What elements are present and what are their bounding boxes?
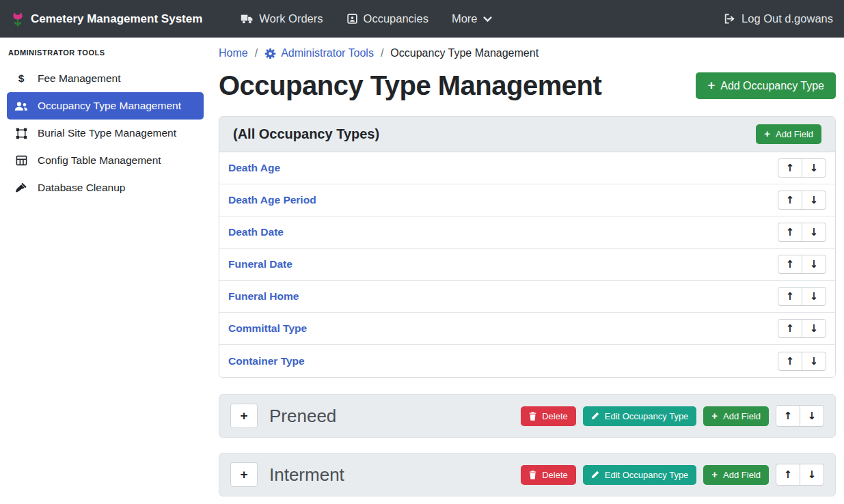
plus-icon: + <box>711 411 718 421</box>
edit-occupancy-type-button[interactable]: Edit Occupancy Type <box>583 465 697 485</box>
move-up-button[interactable]: ↑ <box>778 287 802 306</box>
field-link[interactable]: Funeral Date <box>228 258 292 270</box>
breadcrumb-separator: / <box>381 47 383 59</box>
delete-button[interactable]: Delete <box>521 406 576 426</box>
broom-icon <box>14 182 29 193</box>
move-up-button[interactable]: ↑ <box>778 223 802 242</box>
sidebar-item-occupancy-type-management[interactable]: Occupancy Type Management <box>7 92 204 120</box>
edit-occupancy-type-button[interactable]: Edit Occupancy Type <box>583 406 697 426</box>
truck-icon <box>241 14 254 25</box>
move-down-button[interactable]: ↓ <box>802 287 826 306</box>
occupancy-square-icon <box>346 13 358 25</box>
expand-section-button[interactable]: + <box>230 404 258 428</box>
sidebar-item-label: Fee Management <box>38 72 121 85</box>
add-occupancy-type-button[interactable]: + Add Occupancy Type <box>696 72 836 98</box>
chevron-down-icon <box>483 16 492 23</box>
reorder-controls: ↑ ↓ <box>776 405 824 427</box>
reorder-controls: ↑ ↓ <box>778 158 826 178</box>
reorder-controls: ↑ ↓ <box>778 287 826 306</box>
sidebar: ADMINISTRATOR TOOLS $ Fee Management Occ… <box>0 38 210 504</box>
delete-button[interactable]: Delete <box>521 465 576 485</box>
plus-icon: + <box>707 79 715 92</box>
expand-section-button[interactable]: + <box>230 462 258 487</box>
move-down-button[interactable]: ↓ <box>802 223 826 242</box>
nav-occupancies[interactable]: Occupancies <box>346 12 428 25</box>
section-title: Interment <box>269 464 344 486</box>
top-navbar: Cemetery Management System Work Orders O… <box>0 0 844 38</box>
sidebar-item-burial-site-type-management[interactable]: Burial Site Type Management <box>7 120 204 147</box>
move-down-button[interactable]: ↓ <box>802 255 826 274</box>
reorder-controls: ↑ ↓ <box>778 319 826 338</box>
section-actions: Delete Edit Occupancy Type + Add Field ↑ <box>521 405 824 427</box>
reorder-controls: ↑ ↓ <box>778 191 826 210</box>
breadcrumb-administrator-tools[interactable]: Administrator Tools <box>264 47 374 59</box>
tulip-logo-icon <box>11 11 25 27</box>
card-header: (All Occupancy Types) + Add Field <box>219 117 835 152</box>
reorder-controls: ↑ ↓ <box>778 223 826 242</box>
breadcrumb-separator: / <box>255 47 258 59</box>
field-row: Funeral Date ↑ ↓ <box>219 249 835 281</box>
section-actions: Delete Edit Occupancy Type + Add Field ↑ <box>521 464 824 486</box>
reorder-controls: ↑ ↓ <box>778 255 826 274</box>
move-down-button[interactable]: ↓ <box>802 158 826 178</box>
field-link[interactable]: Death Date <box>228 226 284 238</box>
logout-icon <box>723 13 736 25</box>
move-up-button[interactable]: ↑ <box>778 352 802 371</box>
move-up-button[interactable]: ↑ <box>778 319 802 338</box>
trash-icon <box>529 471 536 479</box>
field-row: Death Age ↑ ↓ <box>219 152 835 184</box>
logout-button[interactable]: Log Out d.gowans <box>723 12 833 25</box>
trash-icon <box>529 412 536 421</box>
navbar-links: Work Orders Occupancies More <box>217 12 491 25</box>
sidebar-item-database-cleanup[interactable]: Database Cleanup <box>7 174 204 201</box>
table-icon <box>14 155 29 166</box>
move-down-button[interactable]: ↓ <box>802 352 826 371</box>
brand-title: Cemetery Management System <box>31 12 202 26</box>
add-field-button[interactable]: + Add Field <box>703 465 769 485</box>
move-down-button[interactable]: ↓ <box>802 319 826 338</box>
users-icon <box>14 101 29 111</box>
move-down-button[interactable]: ↓ <box>802 191 826 210</box>
field-row: Committal Type ↑ ↓ <box>219 313 835 345</box>
add-field-button[interactable]: + Add Field <box>703 406 769 426</box>
move-down-button[interactable]: ↓ <box>800 464 824 486</box>
gear-icon <box>264 48 276 59</box>
field-link[interactable]: Funeral Home <box>228 290 299 303</box>
nav-more[interactable]: More <box>452 12 492 25</box>
add-field-button[interactable]: + Add Field <box>756 124 821 144</box>
sidebar-item-config-table-management[interactable]: Config Table Management <box>7 147 204 174</box>
sidebar-item-fee-management[interactable]: $ Fee Management <box>7 65 204 92</box>
sidebar-item-label: Database Cleanup <box>38 182 125 194</box>
field-link[interactable]: Container Type <box>228 355 305 367</box>
main-content: Home / Administrator Tools <box>210 38 844 504</box>
plus-icon: + <box>764 129 770 139</box>
move-up-button[interactable]: ↑ <box>778 255 802 274</box>
vector-square-icon <box>14 128 29 139</box>
breadcrumb-home[interactable]: Home <box>219 47 248 59</box>
move-up-button[interactable]: ↑ <box>776 405 800 427</box>
move-up-button[interactable]: ↑ <box>776 464 800 486</box>
brand-link[interactable]: Cemetery Management System <box>11 11 202 27</box>
field-link[interactable]: Death Age Period <box>228 194 316 206</box>
nav-label: Occupancies <box>364 12 428 25</box>
field-row: Death Age Period ↑ ↓ <box>219 184 835 216</box>
reorder-controls: ↑ ↓ <box>778 352 826 371</box>
move-down-button[interactable]: ↓ <box>800 405 824 427</box>
pencil-icon <box>591 412 599 420</box>
field-link[interactable]: Death Age <box>228 162 280 174</box>
nav-label: Work Orders <box>259 12 323 25</box>
occupancy-type-section-interment: + Interment Delete <box>219 453 836 496</box>
nav-label: More <box>452 12 478 25</box>
pencil-icon <box>591 471 599 479</box>
plus-icon: + <box>240 408 247 423</box>
field-link[interactable]: Committal Type <box>228 322 307 335</box>
plus-icon: + <box>711 470 718 480</box>
move-up-button[interactable]: ↑ <box>778 158 802 178</box>
logout-label: Log Out d.gowans <box>741 12 833 25</box>
nav-work-orders[interactable]: Work Orders <box>241 12 323 25</box>
reorder-controls: ↑ ↓ <box>776 464 824 486</box>
move-up-button[interactable]: ↑ <box>778 191 802 210</box>
breadcrumb: Home / Administrator Tools <box>219 47 836 59</box>
sidebar-item-label: Config Table Management <box>38 154 161 167</box>
section-title: Preneed <box>269 406 336 427</box>
